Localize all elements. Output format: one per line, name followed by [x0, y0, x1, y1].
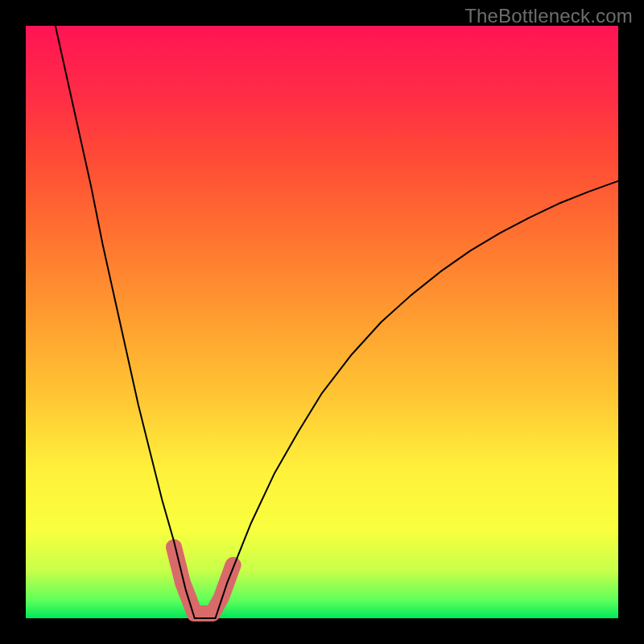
chart-frame: TheBottleneck.com	[0, 0, 644, 644]
curve-left-line	[56, 26, 195, 618]
curve-right-line	[216, 181, 618, 618]
chart-curves-layer	[26, 26, 618, 618]
watermark-text: TheBottleneck.com	[464, 5, 633, 27]
